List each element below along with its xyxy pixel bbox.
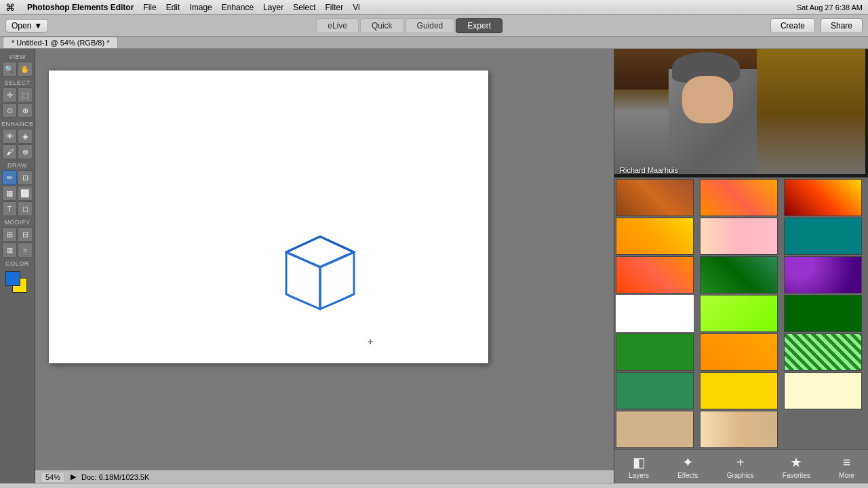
options-bar: Pencil ▼ Size: Opacity: Mode: Normal Dis…: [0, 483, 868, 488]
layers-icon: ◧: [633, 454, 646, 470]
more-label: More: [839, 472, 854, 479]
canvas-area[interactable]: ✛ 54% ▶ Doc: 6.18M/1023.5K: [35, 49, 614, 483]
pattern-thumb[interactable]: [616, 372, 694, 409]
paint-bucket-tool[interactable]: ⊡: [18, 170, 33, 185]
menu-image[interactable]: Image: [189, 3, 212, 12]
tab-quick[interactable]: Quick: [360, 18, 404, 33]
pattern-thumb[interactable]: [700, 256, 778, 293]
apple-menu[interactable]: ⌘: [5, 2, 15, 13]
foreground-color-swatch[interactable]: [5, 271, 20, 286]
content-area: VIEW 🔍 ✋ SELECT ✛ ⬚ ⊙ ⊕ ENHANCE 👁 ◈ 🖌 ⊗: [0, 49, 868, 483]
graphics-icon: +: [736, 455, 745, 470]
color-section: [1, 268, 33, 298]
person-name-label: Richard Maarhuis: [620, 166, 678, 174]
graphics-panel-button[interactable]: + Graphics: [722, 452, 760, 482]
more-panel-button[interactable]: ≡ More: [833, 452, 860, 482]
pattern-thumb[interactable]: [616, 333, 694, 371]
effects-label: Effects: [677, 472, 698, 479]
tab-expert[interactable]: Expert: [456, 18, 502, 33]
favorites-label: Favorites: [783, 472, 810, 479]
menu-enhance[interactable]: Enhance: [222, 3, 254, 12]
gradient-tool[interactable]: ▦: [2, 186, 17, 201]
pattern-thumb[interactable]: [616, 411, 694, 448]
eye-tool[interactable]: 👁: [2, 129, 17, 144]
eraser-tool[interactable]: ◻: [18, 201, 33, 216]
pencil-tool[interactable]: ✏: [2, 170, 17, 185]
open-button[interactable]: Open ▼: [5, 19, 48, 33]
svg-marker-0: [286, 237, 354, 267]
pattern-thumb[interactable]: [784, 218, 862, 255]
pattern-thumb[interactable]: [700, 411, 778, 448]
zoom-level[interactable]: 54%: [41, 472, 65, 483]
pattern-thumb[interactable]: [784, 295, 862, 332]
create-button[interactable]: Create: [770, 18, 815, 33]
draw-section-label: DRAW: [1, 160, 33, 169]
layers-label: Layers: [629, 472, 649, 479]
status-arrow[interactable]: ▶: [71, 472, 76, 481]
canvas-document[interactable]: ✛: [49, 70, 488, 363]
cube-drawing: [273, 233, 368, 321]
text-tool[interactable]: T: [2, 201, 17, 216]
draw-tools-row1: ✏ ⊡: [1, 170, 33, 185]
pattern-thumb[interactable]: [784, 179, 862, 216]
pattern-thumb[interactable]: [784, 256, 862, 293]
menu-layer[interactable]: Layer: [263, 3, 283, 12]
clone-tool[interactable]: ⊗: [18, 144, 33, 159]
status-bar: 54% ▶ Doc: 6.18M/1023.5K: [35, 470, 614, 483]
quick-select-tool[interactable]: ⊕: [18, 103, 33, 118]
recompose-tool[interactable]: ⊠: [2, 243, 17, 258]
main-area: * Untitled-1 @ 54% (RGB/8) * VIEW 🔍 ✋ SE…: [0, 37, 868, 488]
red-eye-tool[interactable]: ◈: [18, 129, 33, 144]
document-tab[interactable]: * Untitled-1 @ 54% (RGB/8) *: [3, 37, 118, 48]
transform-tool[interactable]: ⊟: [18, 227, 33, 242]
effects-panel-button[interactable]: ✦ Effects: [672, 451, 703, 482]
toolbar-right-buttons: Create Share: [770, 18, 863, 33]
effects-icon: ✦: [682, 454, 694, 470]
pattern-thumb[interactable]: [784, 372, 862, 409]
view-section-label: VIEW: [1, 52, 33, 61]
pattern-thumb[interactable]: [616, 179, 694, 216]
favorites-icon: ★: [790, 454, 802, 470]
toolbox: VIEW 🔍 ✋ SELECT ✛ ⬚ ⊙ ⊕ ENHANCE 👁 ◈ 🖌 ⊗: [0, 49, 35, 483]
doc-info: Doc: 6.18M/1023.5K: [81, 473, 149, 481]
pattern-panel: [614, 178, 868, 449]
menu-file[interactable]: File: [143, 3, 156, 12]
pattern-thumb[interactable]: [700, 333, 778, 371]
tab-guided[interactable]: Guided: [406, 18, 455, 33]
menu-edit[interactable]: Edit: [166, 3, 180, 12]
rectangle-tool[interactable]: ⬜: [18, 186, 33, 201]
pattern-thumb-selected[interactable]: [616, 295, 694, 332]
color-section-label: COLOR: [1, 258, 33, 268]
view-tools: 🔍 ✋: [1, 62, 33, 77]
menu-select[interactable]: Select: [293, 3, 315, 12]
pattern-thumb[interactable]: [700, 218, 778, 255]
move-tool[interactable]: ✛: [2, 87, 17, 102]
tab-elive[interactable]: eLive: [316, 18, 359, 33]
clock: Sat Aug 27 6:38 AM: [797, 3, 863, 12]
zoom-tool[interactable]: 🔍: [2, 62, 17, 77]
hand-tool[interactable]: ✋: [18, 62, 33, 77]
pattern-thumb[interactable]: [784, 333, 862, 371]
modify-section-label: MODIFY: [1, 217, 33, 226]
marquee-tool[interactable]: ⬚: [18, 87, 33, 102]
share-button[interactable]: Share: [821, 18, 863, 33]
select-tools-row1: ✛ ⬚: [1, 87, 33, 102]
pattern-thumb[interactable]: [700, 372, 778, 409]
menu-filter[interactable]: Filter: [326, 3, 344, 12]
favorites-panel-button[interactable]: ★ Favorites: [777, 451, 816, 482]
enhance-section-label: ENHANCE: [1, 119, 33, 128]
pattern-thumb[interactable]: [700, 179, 778, 216]
liquify-tool[interactable]: ≈: [18, 243, 33, 258]
lasso-tool[interactable]: ⊙: [2, 103, 17, 118]
brush-tool[interactable]: 🖌: [2, 144, 17, 159]
pattern-thumb[interactable]: [616, 256, 694, 293]
select-tools-row2: ⊙ ⊕: [1, 103, 33, 118]
color-swatches[interactable]: [5, 271, 30, 296]
crop-tool[interactable]: ⊞: [2, 227, 17, 242]
menu-vi[interactable]: Vi: [353, 3, 359, 12]
layers-panel-button[interactable]: ◧ Layers: [623, 451, 654, 482]
svg-line-4: [320, 252, 354, 267]
pattern-thumb[interactable]: [616, 218, 694, 255]
pattern-thumb[interactable]: [700, 295, 778, 332]
cursor-crosshair: ✛: [368, 338, 376, 346]
